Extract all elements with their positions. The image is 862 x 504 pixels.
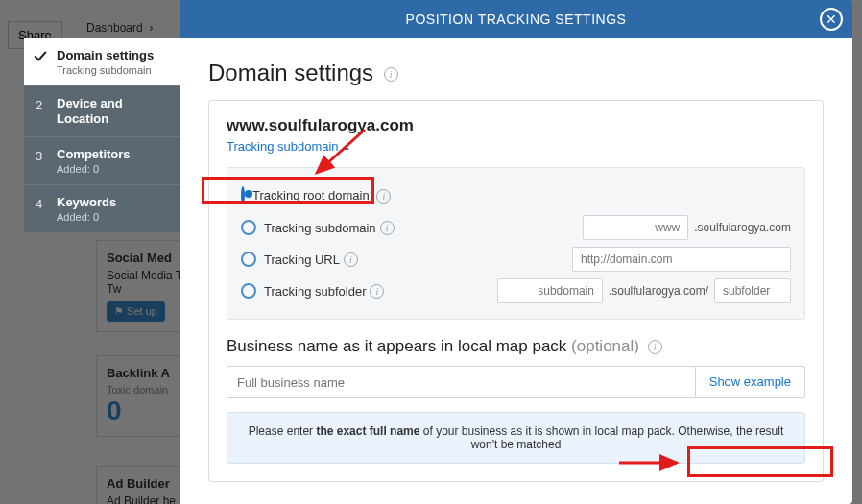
option-label: Tracking root domain — [252, 188, 370, 203]
option-url[interactable]: Tracking URL i — [241, 244, 791, 275]
close-icon[interactable]: ✕ — [820, 8, 843, 31]
business-name-note: Please enter the exact full name of your… — [227, 412, 805, 464]
domain-suffix: .soulfularogya.com — [694, 221, 791, 234]
info-icon[interactable]: i — [370, 284, 384, 299]
domain-name: www.soulfularogya.com — [227, 116, 805, 135]
position-tracking-modal: POSITION TRACKING SETTINGS ✕ Domain sett… — [24, 0, 852, 504]
modal-header: POSITION TRACKING SETTINGS ✕ — [180, 0, 852, 38]
step-number: 2 — [36, 98, 42, 112]
step-number: 3 — [36, 149, 42, 163]
domain-suffix: .soulfularogya.com/ — [609, 284, 708, 298]
step-keywords[interactable]: 4 Keywords Added: 0 — [24, 184, 180, 232]
subfolder-subdomain-input[interactable] — [497, 278, 603, 303]
modal-content: Domain settings i www.soulfularogya.com … — [180, 38, 852, 504]
tracking-toggle-link[interactable]: Tracking subdomain — [227, 139, 349, 154]
business-name-heading: Business name as it appears in local map… — [227, 337, 805, 356]
option-root-domain[interactable]: Tracking root domain i — [241, 180, 791, 211]
url-input[interactable] — [572, 247, 791, 272]
info-icon[interactable]: i — [344, 252, 358, 267]
subfolder-input[interactable] — [714, 278, 791, 303]
step-title: Domain settings — [57, 48, 170, 63]
step-subtitle: Added: 0 — [57, 163, 170, 175]
modal-title: POSITION TRACKING SETTINGS — [406, 12, 627, 27]
step-domain-settings[interactable]: Domain settings Tracking subdomain — [24, 38, 180, 85]
option-label: Tracking URL — [264, 252, 340, 267]
option-label: Tracking subfolder — [264, 284, 366, 299]
tracking-options: Tracking root domain i Tracking subdomai… — [227, 167, 805, 320]
radio-url[interactable] — [241, 252, 256, 267]
checkmark-icon — [34, 50, 47, 63]
subdomain-input[interactable] — [583, 215, 688, 240]
step-number: 4 — [36, 197, 42, 211]
info-icon[interactable]: i — [648, 340, 662, 354]
business-name-input[interactable] — [227, 366, 696, 398]
radio-root-domain[interactable] — [241, 186, 245, 204]
step-title: Keywords — [57, 195, 170, 210]
caret-up-icon — [342, 145, 349, 150]
option-subdomain[interactable]: Tracking subdomain i .soulfularogya.com — [241, 212, 791, 243]
option-subfolder[interactable]: Tracking subfolder i .soulfularogya.com/ — [241, 276, 791, 306]
wizard-sidebar: Domain settings Tracking subdomain 2 Dev… — [24, 38, 180, 232]
radio-subdomain[interactable] — [241, 220, 256, 235]
section-heading: Domain settings i — [208, 60, 824, 86]
info-icon[interactable]: i — [376, 189, 391, 204]
info-icon[interactable]: i — [384, 67, 398, 82]
step-device-location[interactable]: 2 Device and Location — [24, 85, 180, 136]
step-subtitle: Tracking subdomain — [57, 64, 170, 76]
show-example-button[interactable]: Show example — [696, 366, 805, 398]
info-icon[interactable]: i — [380, 221, 395, 235]
radio-subfolder[interactable] — [241, 283, 256, 299]
option-label: Tracking subdomain — [264, 221, 376, 235]
domain-panel: www.soulfularogya.com Tracking subdomain… — [208, 100, 824, 482]
step-subtitle: Added: 0 — [57, 211, 170, 223]
step-title: Competitors — [57, 147, 170, 162]
step-title: Device and Location — [57, 96, 170, 127]
step-competitors[interactable]: 3 Competitors Added: 0 — [24, 136, 180, 184]
